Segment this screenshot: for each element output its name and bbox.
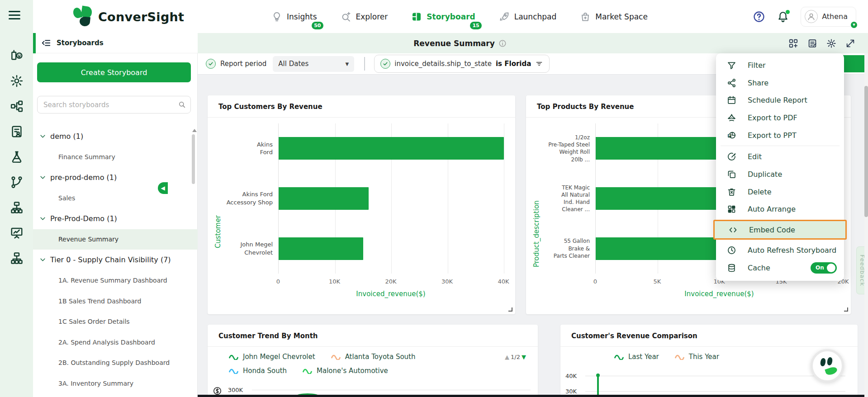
- bottom-edge-strip: [198, 395, 868, 397]
- series-line-preview: [597, 376, 599, 397]
- tree-group[interactable]: Pre-Prod-Demo (1): [33, 208, 198, 229]
- svg-text:P: P: [729, 134, 731, 137]
- bar[interactable]: [279, 187, 369, 210]
- report-doc-icon[interactable]: [10, 125, 24, 138]
- presentation-chart-icon[interactable]: [10, 226, 24, 240]
- search-storyboards-input[interactable]: [37, 96, 191, 113]
- legend-item-john-megel-chevrolet[interactable]: John Megel Chevrolet: [228, 353, 315, 361]
- menu-item-auto-refresh-storyboard[interactable]: Auto Refresh Storyboard: [716, 241, 844, 259]
- card-divider: [208, 346, 538, 347]
- menu-item-export-to-pdf[interactable]: Export to PDF: [716, 109, 844, 127]
- menu-item-auto-arrange[interactable]: Auto Arrange: [716, 201, 844, 218]
- sitemap-icon[interactable]: [10, 201, 24, 214]
- bar-chart-plot: [278, 123, 503, 274]
- settings-gear-icon[interactable]: [826, 38, 836, 48]
- hierarchy-icon[interactable]: [10, 99, 24, 113]
- tree-item[interactable]: 1B Sales Trend Dashboard: [33, 291, 198, 312]
- report-period-dropdown[interactable]: All Dates ▼: [273, 56, 354, 72]
- notifications-bell-icon[interactable]: [777, 11, 789, 23]
- menu-item-cache[interactable]: CacheOn: [716, 259, 844, 277]
- gridline: [585, 376, 845, 376]
- nav-item-explorer[interactable]: Explorer: [341, 11, 388, 22]
- tree-item[interactable]: 1A. Revenue Summary Dashboard: [33, 270, 198, 291]
- legend-item-honda-south[interactable]: Honda South: [228, 367, 287, 375]
- create-storyboard-button[interactable]: Create Storyboard: [37, 62, 191, 82]
- legend-item-atlanta-toyota-south[interactable]: Atlanta Toyota South: [331, 353, 416, 361]
- tree-group[interactable]: pre-prod-demo (1): [33, 167, 198, 188]
- card-divider: [208, 117, 515, 118]
- sidebar-collapse-handle[interactable]: ◀: [158, 182, 168, 194]
- tree-group[interactable]: Tier 0 - Supply Chain Visibility (7): [33, 250, 198, 270]
- bar[interactable]: [279, 137, 504, 160]
- left-icon-rail: [0, 0, 33, 397]
- bar[interactable]: [596, 237, 732, 260]
- help-icon[interactable]: [753, 10, 765, 23]
- tree-group[interactable]: demo (1): [33, 126, 198, 147]
- tree-item[interactable]: Finance Summary: [33, 147, 198, 168]
- user-menu[interactable]: Athena ▼: [801, 7, 856, 27]
- category-label: TEK Magic All Natural Ind. Hand Cleaner …: [531, 174, 590, 224]
- tree-label: 1C Sales Order Details: [58, 318, 130, 325]
- chevron-down-icon: [39, 215, 46, 222]
- chevron-down-icon: [39, 174, 46, 181]
- conversight-assistant-button[interactable]: [811, 349, 844, 383]
- menu-item-embed-code[interactable]: Embed Code: [713, 220, 847, 240]
- settings-gear-icon[interactable]: [10, 74, 24, 88]
- org-chart-icon[interactable]: [10, 251, 24, 265]
- x-axis-label: Invoiced_revenue($): [595, 290, 843, 298]
- tree-item[interactable]: 2A. Spend Analysis Dashboard: [33, 332, 198, 353]
- report-period-checkbox[interactable]: [206, 59, 216, 69]
- search-icon[interactable]: [178, 100, 186, 109]
- tree-item[interactable]: 1C Sales Order Details: [33, 312, 198, 332]
- ship-to-state-filter-chip[interactable]: invoice_details.ship_to_state is Florida: [374, 55, 550, 73]
- expand-fullscreen-icon[interactable]: [845, 38, 855, 48]
- tree-item[interactable]: 3A. Inventory Summary: [33, 373, 198, 394]
- tree-label: 1B Sales Trend Dashboard: [58, 298, 141, 305]
- sidebar-scrollbar-thumb[interactable]: [192, 134, 195, 184]
- notes-icon[interactable]: [807, 38, 817, 48]
- bar[interactable]: [279, 237, 363, 260]
- page-scrollbar-thumb[interactable]: [864, 86, 868, 217]
- legend-row: Honda SouthMalone's Automotive: [228, 367, 388, 375]
- sidebar-scroll-up-arrow[interactable]: [192, 129, 197, 132]
- conversight-logo[interactable]: ConverSight: [73, 6, 209, 27]
- storyboard-actions: [788, 33, 855, 53]
- collapse-panel-icon[interactable]: [41, 38, 51, 48]
- menu-item-schedule-report[interactable]: Schedule Report: [716, 91, 844, 109]
- rocket-icon: [499, 11, 510, 22]
- main-navigation: Insights50ExplorerStoryboard15LaunchpadM…: [250, 0, 669, 33]
- tree-item[interactable]: Sales: [33, 188, 198, 209]
- resize-handle[interactable]: [844, 307, 848, 312]
- chevron-down-icon: [39, 133, 46, 140]
- legend-item-this-year[interactable]: This Year: [674, 353, 719, 361]
- nav-item-storyboard[interactable]: Storyboard15: [411, 11, 475, 22]
- nav-item-badge: 50: [312, 22, 323, 29]
- pager-up-icon[interactable]: ▲: [505, 354, 509, 360]
- nav-item-launchpad[interactable]: Launchpad: [499, 11, 557, 22]
- category-label: John Megel Chevrolet: [214, 223, 273, 274]
- legend-item-last-year[interactable]: Last Year: [614, 353, 659, 361]
- nav-item-market-space[interactable]: Market Space: [580, 11, 648, 22]
- lab-flask-icon[interactable]: [10, 150, 24, 164]
- git-branch-icon[interactable]: [10, 175, 24, 189]
- resize-handle[interactable]: [508, 307, 512, 312]
- page-scrollbar[interactable]: [864, 53, 868, 397]
- insights-board-icon[interactable]: [10, 49, 24, 62]
- menu-item-duplicate[interactable]: Duplicate: [716, 165, 844, 183]
- menu-item-filter[interactable]: Filter: [716, 57, 844, 74]
- tree-label: pre-prod-demo (1): [50, 173, 117, 182]
- menu-item-share[interactable]: Share: [716, 74, 844, 92]
- menu-item-export-to-ppt[interactable]: PExport to PPT: [716, 127, 844, 144]
- add-widget-icon[interactable]: [788, 38, 798, 48]
- hamburger-menu-icon[interactable]: [9, 11, 24, 23]
- pager-down-icon[interactable]: ▼: [522, 354, 526, 360]
- nav-item-insights[interactable]: Insights50: [271, 11, 317, 22]
- legend-item-malone-s-automotive[interactable]: Malone's Automotive: [302, 367, 388, 375]
- tree-item[interactable]: Revenue Summary: [33, 229, 198, 250]
- filter-chip-checkbox[interactable]: [380, 59, 390, 69]
- cache-toggle[interactable]: On: [811, 262, 837, 274]
- tree-item[interactable]: 2B. Outstanding Supply Dashboard: [33, 353, 198, 373]
- info-icon[interactable]: [498, 39, 507, 47]
- menu-item-edit[interactable]: Edit: [716, 148, 844, 165]
- menu-item-delete[interactable]: Delete: [716, 183, 844, 201]
